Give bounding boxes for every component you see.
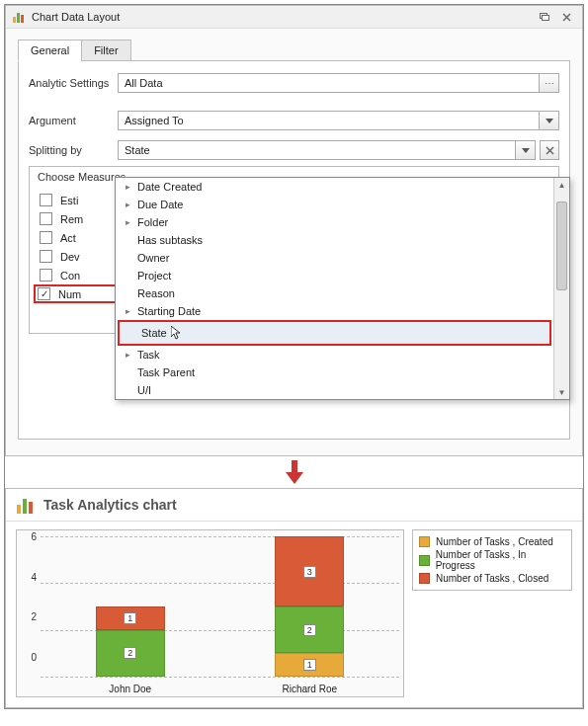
splitting-by-clear-button[interactable] — [540, 140, 559, 160]
chart-data-layout-dialog: Chart Data Layout General Filter Analyti… — [5, 5, 583, 456]
dropdown-item-label: Starting Date — [137, 305, 201, 317]
bar-segment: 2 — [275, 606, 344, 653]
measure-checkbox[interactable] — [40, 269, 52, 282]
measure-checkbox[interactable] — [38, 287, 50, 300]
chart-legend: Number of Tasks , CreatedNumber of Tasks… — [412, 529, 572, 591]
svg-marker-8 — [522, 148, 530, 153]
x-axis-label: Richard Roe — [220, 684, 400, 694]
legend-swatch — [419, 536, 430, 547]
legend-item: Number of Tasks , Created — [419, 536, 565, 547]
svg-rect-1 — [17, 13, 20, 23]
bar-segment: 1 — [96, 606, 165, 630]
dialog-title: Chart Data Layout — [32, 11, 533, 23]
gridline — [41, 677, 399, 678]
svg-rect-12 — [292, 460, 297, 472]
analytic-settings-label: Analytic Settings — [29, 77, 118, 89]
close-button[interactable] — [556, 10, 576, 24]
svg-rect-16 — [23, 499, 27, 514]
dropdown-item[interactable]: ▸Due Date — [116, 196, 553, 213]
bar-segment: 1 — [275, 653, 344, 677]
svg-marker-7 — [546, 119, 553, 123]
argument-label: Argument — [29, 115, 118, 126]
argument-dropdown-button[interactable] — [540, 111, 559, 130]
splitting-by-dropdown-list[interactable]: ▸Date Created▸Due Date▸FolderHas subtask… — [115, 177, 570, 400]
cursor-icon — [171, 326, 183, 342]
bar-value-label: 2 — [124, 647, 136, 659]
splitting-by-label: Splitting by — [29, 144, 118, 156]
legend-item: Number of Tasks , In Progress — [419, 549, 565, 571]
svg-rect-4 — [543, 16, 549, 21]
bar-stack: 21 — [96, 536, 165, 677]
svg-rect-17 — [29, 502, 33, 514]
bar-segment: 3 — [275, 536, 344, 606]
svg-rect-2 — [21, 15, 24, 23]
dropdown-item[interactable]: Has subtasks — [116, 231, 553, 249]
bar-stack: 123 — [275, 536, 344, 677]
dropdown-item[interactable]: ▸Folder — [116, 213, 553, 231]
svg-rect-15 — [17, 505, 21, 514]
dropdown-item-label: Date Created — [137, 181, 202, 193]
analytic-settings-ellipsis-button[interactable]: ⋯ — [540, 73, 559, 93]
dropdown-item[interactable]: Owner — [116, 249, 553, 267]
tab-general[interactable]: General — [18, 40, 82, 61]
dropdown-item[interactable]: ▸Starting Date — [116, 302, 553, 320]
dropdown-item-label: Due Date — [137, 199, 183, 210]
chart-icon — [12, 10, 26, 24]
titlebar: Chart Data Layout — [6, 6, 582, 29]
measure-checkbox[interactable] — [40, 194, 52, 206]
measure-label: Dev — [60, 251, 80, 263]
expand-icon: ▸ — [122, 200, 133, 209]
argument-select[interactable]: Assigned To — [118, 111, 540, 130]
restore-button[interactable] — [535, 10, 554, 24]
svg-marker-11 — [171, 326, 180, 339]
splitting-by-select[interactable]: State — [118, 140, 516, 160]
y-tick-label: 0 — [17, 652, 41, 663]
measure-label: Act — [60, 232, 76, 244]
tab-filter[interactable]: Filter — [81, 40, 130, 61]
dropdown-item-label: U/I — [137, 384, 151, 396]
tab-strip: General Filter — [18, 39, 570, 61]
bar-chart-icon — [16, 495, 36, 515]
dropdown-item[interactable]: State — [118, 320, 551, 346]
dropdown-item-label: Owner — [137, 252, 169, 264]
measure-label: Con — [60, 270, 80, 282]
y-tick-label: 6 — [17, 531, 41, 542]
dropdown-item[interactable]: Reason — [116, 284, 553, 302]
legend-item: Number of Tasks , Closed — [419, 573, 565, 584]
dropdown-item-label: Reason — [137, 287, 175, 299]
dropdown-item-label: Folder — [137, 216, 168, 228]
dropdown-item[interactable]: ▸Date Created — [116, 178, 553, 196]
scroll-up-icon[interactable]: ▲ — [554, 178, 569, 192]
scroll-down-icon[interactable]: ▼ — [554, 385, 569, 399]
dropdown-item[interactable]: U/I — [116, 381, 553, 399]
legend-swatch — [419, 555, 430, 566]
dropdown-item[interactable]: ▸Task — [116, 346, 553, 363]
dropdown-item-label: Task — [137, 349, 160, 361]
measure-label: Num — [58, 288, 81, 300]
scroll-thumb[interactable] — [556, 202, 567, 290]
bar-value-label: 3 — [303, 566, 316, 578]
dropdown-item-label: Task Parent — [137, 366, 195, 378]
dropdown-item-label: Project — [137, 270, 171, 282]
analytic-settings-input[interactable]: All Data — [118, 73, 540, 93]
task-analytics-chart-panel: Task Analytics chart 0246 21123 John Doe… — [5, 488, 583, 708]
svg-marker-13 — [286, 472, 303, 484]
y-tick-label: 4 — [17, 571, 41, 582]
bar-value-label: 1 — [303, 659, 316, 671]
legend-swatch — [419, 573, 430, 584]
expand-icon: ▸ — [122, 182, 133, 192]
splitting-by-dropdown-button[interactable] — [516, 140, 536, 160]
measure-checkbox[interactable] — [40, 231, 52, 244]
measure-checkbox[interactable] — [40, 250, 52, 263]
chart-plot-area: 0246 21123 John DoeRichard Roe — [16, 529, 404, 697]
bar-value-label: 2 — [303, 624, 316, 636]
expand-icon: ▸ — [122, 217, 133, 227]
dropdown-item-label: State — [141, 327, 167, 339]
bar-segment: 2 — [96, 630, 165, 677]
dropdown-item[interactable]: Task Parent — [116, 363, 553, 381]
dropdown-item[interactable]: Project — [116, 267, 553, 284]
y-tick-label: 2 — [17, 611, 41, 622]
legend-label: Number of Tasks , Closed — [436, 573, 548, 584]
dropdown-scrollbar[interactable]: ▲ ▼ — [553, 178, 569, 399]
measure-checkbox[interactable] — [40, 212, 52, 225]
